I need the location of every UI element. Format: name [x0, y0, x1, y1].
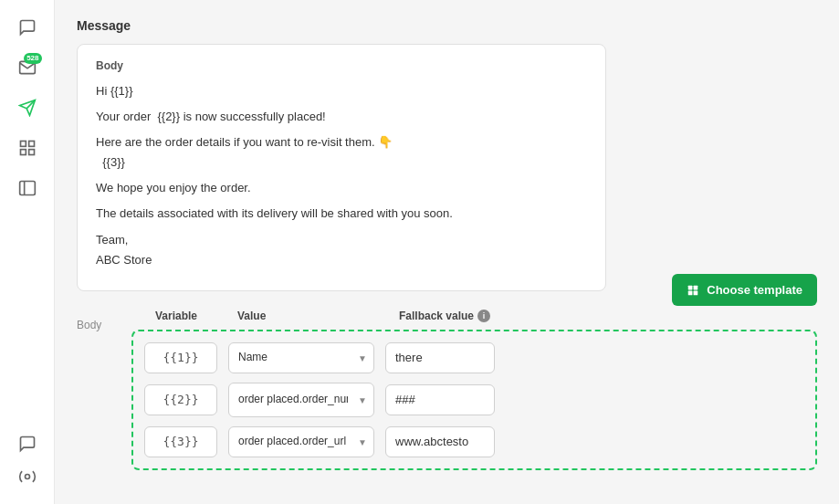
message-body-label: Body [96, 59, 587, 72]
variables-header-row: Variable Value Fallback value i [131, 310, 817, 322]
message-card: Body Hi {{1}} Your order {{2}} is now su… [77, 44, 606, 291]
send-sidebar-icon[interactable] [11, 91, 44, 124]
msg-line-3: Here are the order details if you want t… [96, 132, 587, 173]
svg-rect-6 [19, 182, 35, 195]
value-select-1[interactable]: Name Email Phone [228, 342, 374, 373]
svg-rect-12 [694, 290, 698, 295]
svg-rect-3 [28, 142, 34, 147]
variable-column-header: Variable [135, 310, 217, 322]
fallback-input-1[interactable] [385, 342, 495, 373]
fallback-info-icon[interactable]: i [477, 310, 490, 322]
grid-sidebar-icon[interactable] [11, 131, 44, 164]
value-select-2[interactable]: order placed.order_number order id custo… [228, 383, 374, 417]
variables-section: Body Variable Value Fallback value i {{1… [77, 310, 817, 470]
sidebar: 528 [0, 0, 55, 504]
value-select-3[interactable]: order placed.order_url tracking url cust… [228, 426, 374, 457]
message-section-title: Message [77, 18, 817, 33]
template-icon [687, 284, 699, 297]
svg-point-8 [25, 475, 29, 479]
svg-rect-10 [694, 285, 698, 289]
fallback-input-2[interactable] [385, 384, 495, 415]
variable-tag-3: {{3}} [144, 426, 217, 457]
chat-sidebar-icon[interactable] [11, 11, 44, 44]
fallback-column-header: Fallback value i [399, 310, 518, 322]
fallback-input-3[interactable] [385, 426, 495, 457]
variables-table: Variable Value Fallback value i {{1}} Na… [131, 310, 817, 470]
bottom-sidebar-icon[interactable] [11, 460, 44, 493]
choose-template-label: Choose template [707, 283, 802, 297]
variable-tag-2: {{2}} [144, 384, 217, 415]
variables-rows-wrapper: {{1}} Name Email Phone ▼ {{2}} [131, 330, 817, 470]
value-select-wrapper-3[interactable]: order placed.order_url tracking url cust… [228, 426, 374, 457]
svg-rect-11 [688, 290, 693, 295]
svg-rect-5 [28, 150, 34, 155]
inbox-sidebar-icon[interactable]: 528 [11, 51, 44, 84]
value-select-wrapper-1[interactable]: Name Email Phone ▼ [228, 342, 374, 373]
value-column-header: Value [237, 310, 388, 322]
variable-row-1: {{1}} Name Email Phone ▼ [144, 342, 804, 373]
svg-rect-2 [20, 142, 26, 147]
msg-line-4: We hope you enjoy the order. [96, 178, 587, 198]
variable-row-2: {{2}} order placed.order_number order id… [144, 383, 804, 417]
variable-tag-1: {{1}} [144, 342, 217, 373]
msg-line-6: Team,ABC Store [96, 230, 587, 270]
conversations-sidebar-icon[interactable] [11, 427, 44, 460]
inbox-badge: 528 [24, 53, 41, 64]
variables-body-label: Body [77, 310, 131, 331]
value-select-wrapper-2[interactable]: order placed.order_number order id custo… [228, 383, 374, 417]
main-content: Message Body Hi {{1}} Your order {{2}} i… [55, 0, 839, 504]
msg-line-5: The details associated with its delivery… [96, 204, 587, 224]
choose-template-button[interactable]: Choose template [672, 274, 817, 306]
svg-rect-4 [20, 150, 26, 155]
msg-line-2: Your order {{2}} is now successfully pla… [96, 107, 587, 127]
contacts-sidebar-icon[interactable] [11, 172, 44, 205]
variable-row-3: {{3}} order placed.order_url tracking ur… [144, 426, 804, 457]
msg-line-1: Hi {{1}} [96, 81, 587, 101]
svg-rect-9 [688, 285, 693, 289]
message-body-text: Hi {{1}} Your order {{2}} is now success… [96, 81, 587, 270]
